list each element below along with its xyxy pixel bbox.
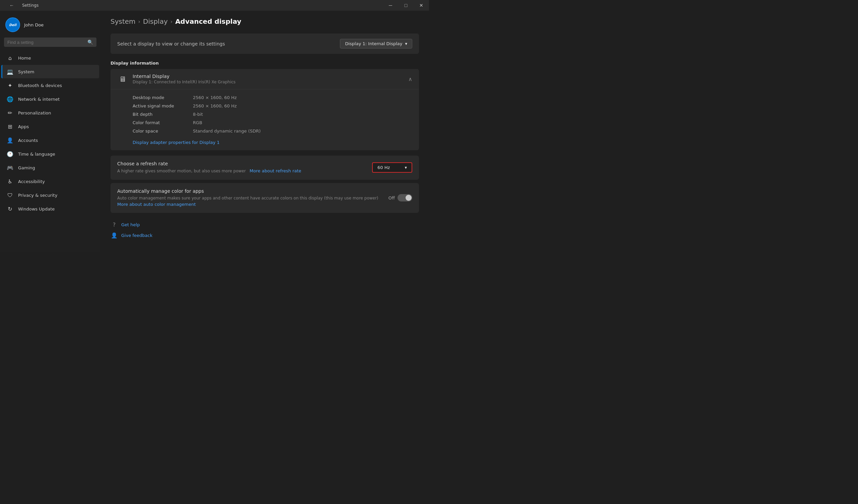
privacy-icon: 🛡 xyxy=(7,192,13,198)
display-dropdown-chevron: ▾ xyxy=(405,41,407,46)
sidebar-item-update[interactable]: ↻ Windows Update xyxy=(1,202,99,215)
titlebar-controls: ─ □ ✕ xyxy=(383,0,429,11)
breadcrumb-current: Advanced display xyxy=(175,17,241,26)
display-selector-dropdown[interactable]: Display 1: Internal Display ▾ xyxy=(340,39,412,49)
breadcrumb-sep-1: › xyxy=(138,18,140,25)
sidebar-item-label-system: System xyxy=(18,69,34,74)
bluetooth-icon: ✦ xyxy=(7,82,13,89)
give-feedback-label: Give feedback xyxy=(121,233,153,238)
refresh-rate-chevron: ▾ xyxy=(404,165,407,170)
dell-logo: Dell xyxy=(7,19,19,31)
info-row: Desktop mode 2560 × 1600, 60 Hz xyxy=(133,93,412,102)
display-selector-bar: Select a display to view or change its s… xyxy=(111,33,419,54)
sidebar-item-home[interactable]: ⌂ Home xyxy=(1,51,99,65)
titlebar: ← Settings ─ □ ✕ xyxy=(0,0,429,11)
auto-color-toggle[interactable] xyxy=(398,194,412,201)
info-row-key: Desktop mode xyxy=(133,95,193,100)
network-icon: 🌐 xyxy=(7,96,13,102)
adapter-properties-link[interactable]: Display adapter properties for Display 1 xyxy=(133,139,220,146)
app-container: Dell John Doe 🔍 ⌂ Home 💻 System ✦ Blueto… xyxy=(0,11,429,252)
time-icon: 🕐 xyxy=(7,151,13,157)
sidebar-item-apps[interactable]: ⊞ Apps xyxy=(1,120,99,133)
collapse-icon[interactable]: ∧ xyxy=(408,76,412,82)
display-selector-label: Select a display to view or change its s… xyxy=(117,41,225,47)
profile-name: John Doe xyxy=(24,22,44,28)
display-name: Internal Display xyxy=(133,74,235,79)
search-input[interactable] xyxy=(7,40,85,45)
info-row-key: Color format xyxy=(133,120,193,125)
get-help-icon: ? xyxy=(111,221,118,228)
accessibility-icon: ♿ xyxy=(7,178,13,185)
info-row-value: Standard dynamic range (SDR) xyxy=(193,129,260,133)
nav-list: ⌂ Home 💻 System ✦ Bluetooth & devices 🌐 … xyxy=(0,51,100,216)
auto-color-toggle-wrapper: Off xyxy=(388,194,412,201)
refresh-rate-link[interactable]: More about refresh rate xyxy=(250,167,301,175)
main-content: System › Display › Advanced display Sele… xyxy=(100,11,429,252)
search-box[interactable]: 🔍 xyxy=(4,37,96,47)
info-row-value: RGB xyxy=(193,120,202,125)
sidebar-item-label-personalization: Personalization xyxy=(18,111,51,115)
auto-color-left: Automatically manage color for apps Auto… xyxy=(117,189,382,208)
sidebar-item-gaming[interactable]: 🎮 Gaming xyxy=(1,161,99,174)
refresh-rate-left: Choose a refresh rate A higher rate give… xyxy=(117,161,365,174)
auto-color-link[interactable]: More about auto color management xyxy=(117,200,196,208)
info-row-key: Color space xyxy=(133,129,193,133)
info-row: Active signal mode 2560 × 1600, 60 Hz xyxy=(133,102,412,110)
home-icon: ⌂ xyxy=(7,54,13,61)
info-card-header: 🖥 Internal Display Display 1: Connected … xyxy=(111,69,419,90)
give-feedback-icon: 👤 xyxy=(111,232,118,239)
auto-color-title: Automatically manage color for apps xyxy=(117,189,382,194)
sidebar-item-personalization[interactable]: ✏ Personalization xyxy=(1,106,99,119)
sidebar-item-label-accessibility: Accessibility xyxy=(18,179,45,184)
sidebar-item-accessibility[interactable]: ♿ Accessibility xyxy=(1,175,99,188)
give-feedback-link[interactable]: 👤 Give feedback xyxy=(111,232,419,239)
refresh-rate-row: Choose a refresh rate A higher rate give… xyxy=(111,156,419,180)
sidebar-item-network[interactable]: 🌐 Network & internet xyxy=(1,92,99,106)
info-card-header-left: 🖥 Internal Display Display 1: Connected … xyxy=(117,74,235,84)
sidebar-item-bluetooth[interactable]: ✦ Bluetooth & devices xyxy=(1,79,99,92)
sidebar-item-label-accounts: Accounts xyxy=(18,138,38,143)
auto-color-toggle-label: Off xyxy=(388,195,395,200)
maximize-button[interactable]: □ xyxy=(398,0,414,11)
minimize-button[interactable]: ─ xyxy=(383,0,398,11)
get-help-label: Get help xyxy=(121,222,140,227)
info-row-value: 2560 × 1600, 60 Hz xyxy=(193,103,237,109)
sidebar-item-privacy[interactable]: 🛡 Privacy & security xyxy=(1,189,99,202)
refresh-rate-dropdown[interactable]: 60 Hz ▾ xyxy=(372,162,412,173)
app-title: Settings xyxy=(22,3,38,8)
info-row-value: 8-bit xyxy=(193,112,203,117)
sidebar-item-time[interactable]: 🕐 Time & language xyxy=(1,147,99,161)
search-icon: 🔍 xyxy=(88,39,93,45)
close-button[interactable]: ✕ xyxy=(414,0,429,11)
display-subtitle: Display 1: Connected to Intel(R) Iris(R)… xyxy=(133,80,235,84)
footer-links: ? Get help 👤 Give feedback xyxy=(111,221,419,239)
sidebar: Dell John Doe 🔍 ⌂ Home 💻 System ✦ Blueto… xyxy=(0,11,100,252)
sidebar-item-accounts[interactable]: 👤 Accounts xyxy=(1,133,99,147)
update-icon: ↻ xyxy=(7,206,13,212)
info-row: Color format RGB xyxy=(133,118,412,127)
info-row-key: Active signal mode xyxy=(133,103,193,109)
sidebar-item-label-update: Windows Update xyxy=(18,207,54,212)
info-rows: Desktop mode 2560 × 1600, 60 Hz Active s… xyxy=(111,90,419,150)
sidebar-item-system[interactable]: 💻 System xyxy=(1,65,99,78)
avatar: Dell xyxy=(5,17,20,32)
refresh-rate-title: Choose a refresh rate xyxy=(117,161,365,166)
info-row: Bit depth 8-bit xyxy=(133,110,412,118)
sidebar-item-label-bluetooth: Bluetooth & devices xyxy=(18,83,62,88)
back-button[interactable]: ← xyxy=(4,0,19,11)
titlebar-left: ← Settings xyxy=(4,0,38,11)
get-help-link[interactable]: ? Get help xyxy=(111,221,419,228)
sidebar-item-label-gaming: Gaming xyxy=(18,165,35,170)
display-info-section-title: Display information xyxy=(111,61,419,66)
apps-icon: ⊞ xyxy=(7,123,13,130)
toggle-knob xyxy=(406,195,412,201)
breadcrumb-sep-2: › xyxy=(171,18,173,25)
info-row: Color space Standard dynamic range (SDR) xyxy=(133,127,412,135)
display-info-card: 🖥 Internal Display Display 1: Connected … xyxy=(111,69,419,150)
sidebar-item-label-apps: Apps xyxy=(18,124,29,129)
monitor-icon: 🖥 xyxy=(117,74,128,84)
display-selected-value: Display 1: Internal Display xyxy=(345,41,402,46)
info-row-key: Bit depth xyxy=(133,112,193,117)
sidebar-profile: Dell John Doe xyxy=(0,11,100,37)
breadcrumb-display: Display xyxy=(143,17,168,26)
